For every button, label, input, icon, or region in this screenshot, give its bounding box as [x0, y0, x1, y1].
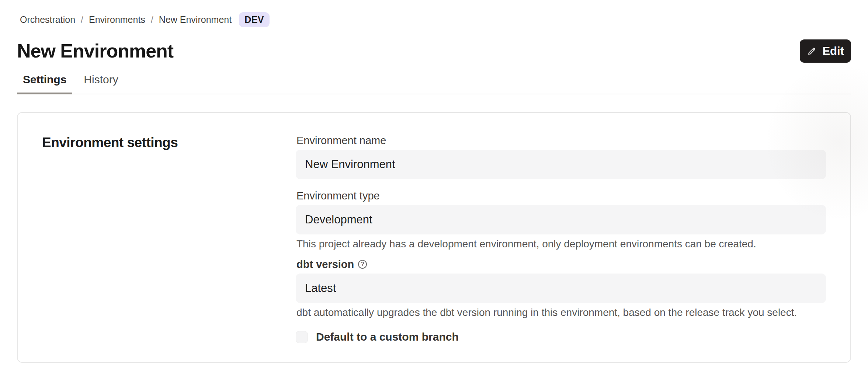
dbt-version-field: dbt version ? dbt automatically upgrades… — [296, 259, 826, 318]
tab-bar: Settings History — [17, 73, 851, 94]
custom-branch-checkbox[interactable] — [296, 331, 308, 343]
card-heading-column: Environment settings — [42, 135, 296, 340]
page-title: New Environment — [17, 41, 173, 62]
environment-type-label: Environment type — [296, 190, 826, 201]
edit-button[interactable]: Edit — [800, 39, 851, 63]
environment-type-input[interactable] — [296, 205, 826, 234]
environment-type-helper-text: This project already has a development e… — [296, 238, 826, 250]
help-circle-icon[interactable]: ? — [358, 260, 367, 269]
custom-branch-row: Default to a custom branch — [296, 331, 826, 343]
breadcrumb-item-orchestration[interactable]: Orchestration — [20, 14, 75, 25]
environment-settings-page: Orchestration / Environments / New Envir… — [0, 0, 868, 376]
custom-branch-label[interactable]: Default to a custom branch — [316, 331, 459, 343]
tab-settings-label: Settings — [23, 73, 66, 86]
tab-history-label: History — [84, 73, 118, 86]
dbt-version-input[interactable] — [296, 274, 826, 303]
breadcrumb-separator: / — [81, 14, 83, 25]
breadcrumb-separator: / — [151, 14, 153, 25]
environment-name-field: Environment name — [296, 135, 826, 179]
environment-type-field: Environment type This project already ha… — [296, 190, 826, 250]
pencil-icon — [807, 46, 817, 56]
environment-name-input[interactable] — [296, 150, 826, 179]
environment-name-label: Environment name — [296, 135, 826, 146]
environment-dev-badge: DEV — [239, 12, 270, 27]
tab-settings[interactable]: Settings — [17, 73, 72, 94]
environment-settings-card: Environment settings Environment name En… — [17, 112, 851, 363]
breadcrumb: Orchestration / Environments / New Envir… — [20, 0, 851, 27]
dbt-version-label-text: dbt version — [296, 259, 354, 270]
tab-history[interactable]: History — [78, 73, 124, 94]
breadcrumb-item-new-environment: New Environment — [159, 14, 232, 25]
card-heading: Environment settings — [42, 135, 296, 150]
breadcrumb-item-environments[interactable]: Environments — [89, 14, 145, 25]
dbt-version-label: dbt version ? — [296, 259, 826, 270]
page-header: New Environment Edit — [17, 39, 851, 63]
edit-button-label: Edit — [822, 45, 844, 58]
environment-settings-form: Environment name Environment type This p… — [296, 135, 826, 340]
dbt-version-helper-text: dbt automatically upgrades the dbt versi… — [296, 307, 826, 318]
